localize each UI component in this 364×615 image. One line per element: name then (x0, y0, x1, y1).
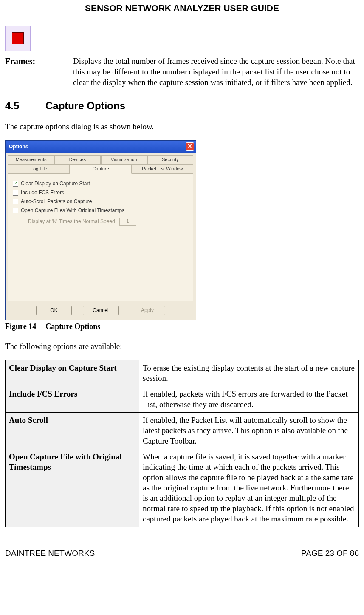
option-desc: If enabled, packets with FCS errors are … (139, 386, 359, 413)
section-intro: The capture options dialog is as shown b… (5, 122, 359, 132)
speed-label: Display at 'N' Times the Normal Speed (28, 218, 115, 225)
checkbox-icon[interactable] (13, 208, 18, 213)
tab-packetlist[interactable]: Packet List Window (132, 164, 193, 174)
option-desc: If enabled, the Packet List will automat… (139, 413, 359, 449)
frames-description: Displays the total number of frames rece… (73, 56, 359, 88)
figure-number: Figure 14 (5, 322, 36, 331)
checkbox-icon[interactable]: ✓ (13, 181, 18, 187)
table-row: Clear Display on Capture Start To erase … (6, 360, 359, 386)
section-number: 4.5 (5, 99, 45, 112)
tab-panel-capture: ✓ Clear Display on Capture Start Include… (8, 174, 193, 301)
option-name: Include FCS Errors (6, 386, 139, 413)
checkbox-icon[interactable] (13, 199, 18, 204)
option-name: Open Capture File with Original Timestam… (6, 449, 139, 527)
option-name: Clear Display on Capture Start (6, 360, 139, 386)
cancel-button[interactable]: Cancel (83, 306, 119, 315)
table-row: Open Capture File with Original Timestam… (6, 449, 359, 527)
table-row: Include FCS Errors If enabled, packets w… (6, 386, 359, 413)
checkbox-label: Clear Display on Capture Start (21, 181, 90, 187)
tab-row-2: Log File Capture Packet List Window (8, 164, 193, 174)
options-table: Clear Display on Capture Start To erase … (5, 360, 359, 527)
speed-input[interactable]: 1 (119, 218, 136, 226)
dialog-titlebar[interactable]: Options X (6, 141, 196, 153)
option-desc: When a capture file is saved, it is save… (139, 449, 359, 527)
table-row: Auto Scroll If enabled, the Packet List … (6, 413, 359, 449)
dialog-title-text: Options (9, 144, 28, 150)
checkbox-label: Open Capture Files With Original Timesta… (21, 207, 124, 214)
tab-visualization[interactable]: Visualization (101, 155, 147, 164)
option-name: Auto Scroll (6, 413, 139, 449)
tab-logfile[interactable]: Log File (8, 164, 70, 174)
frames-definition: Frames: Displays the total number of fra… (5, 56, 359, 88)
apply-button[interactable]: Apply (130, 306, 165, 315)
close-icon[interactable]: X (186, 142, 194, 151)
stop-icon (5, 26, 31, 51)
tab-security[interactable]: Security (147, 155, 193, 164)
footer-left: DAINTREE NETWORKS (5, 548, 95, 558)
figure-caption: Figure 14Capture Options (5, 322, 359, 332)
frames-label: Frames: (5, 56, 56, 67)
checkbox-label: Auto-Scroll Packets on Capture (21, 198, 92, 205)
section-title: Capture Options (45, 100, 125, 111)
page-footer: DAINTREE NETWORKS PAGE 23 OF 86 (5, 548, 359, 567)
dialog-button-row: OK Cancel Apply (8, 301, 193, 317)
tab-row-1: Measurements Devices Visualization Secur… (8, 155, 193, 164)
checkbox-icon[interactable] (13, 190, 18, 196)
options-dialog: Options X Measurements Devices Visualiza… (5, 140, 196, 320)
checkbox-row-clear-display[interactable]: ✓ Clear Display on Capture Start (13, 181, 189, 187)
checkbox-row-autoscroll[interactable]: Auto-Scroll Packets on Capture (13, 198, 189, 205)
page-title: SENSOR NETWORK ANALYZER USER GUIDE (5, 0, 359, 26)
footer-right: PAGE 23 OF 86 (301, 548, 359, 558)
checkbox-row-fcs[interactable]: Include FCS Errors (13, 190, 189, 196)
speed-suboption: Display at 'N' Times the Normal Speed 1 (28, 218, 189, 226)
option-desc: To erase the existing display contents a… (139, 360, 359, 386)
checkbox-label: Include FCS Errors (21, 190, 64, 196)
ok-button[interactable]: OK (36, 306, 72, 315)
options-intro: The following options are available: (5, 341, 359, 351)
checkbox-row-timestamps[interactable]: Open Capture Files With Original Timesta… (13, 207, 189, 214)
figure-title: Capture Options (45, 322, 100, 331)
section-heading: 4.5Capture Options (5, 99, 359, 112)
tab-measurements[interactable]: Measurements (8, 155, 54, 164)
tab-capture[interactable]: Capture (70, 164, 131, 174)
tab-devices[interactable]: Devices (54, 155, 100, 164)
